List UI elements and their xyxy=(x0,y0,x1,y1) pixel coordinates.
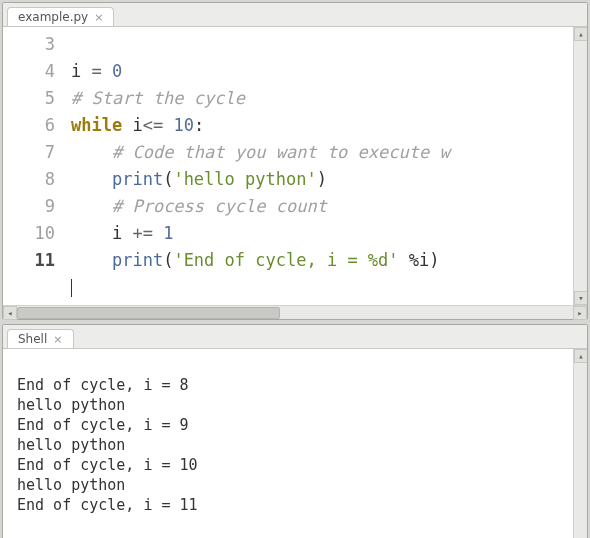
editor-body[interactable]: 3 4 5 6 7 8 9 10 11 i = 0 # Start the cy… xyxy=(3,27,587,305)
shell-output-line: End of cycle, i = 11 xyxy=(17,496,198,514)
close-icon[interactable]: × xyxy=(94,12,103,23)
scroll-up-icon[interactable]: ▴ xyxy=(574,349,587,363)
line-number: 5 xyxy=(3,85,55,112)
editor-horizontal-scrollbar[interactable]: ◂ ▸ xyxy=(3,305,587,319)
scroll-down-icon[interactable]: ▾ xyxy=(574,291,587,305)
editor-tab[interactable]: example.py × xyxy=(7,7,114,26)
code-line: # Code that you want to execute w xyxy=(71,142,450,162)
line-number-current: 11 xyxy=(3,247,55,274)
line-number: 3 xyxy=(3,31,55,58)
shell-output-line: hello python xyxy=(17,396,125,414)
shell-tab-label: Shell xyxy=(18,332,47,346)
shell-output-line: hello python xyxy=(17,436,125,454)
line-number: 8 xyxy=(3,166,55,193)
code-line: print('End of cycle, i = %d' %i) xyxy=(71,250,440,270)
line-number: 4 xyxy=(3,58,55,85)
line-gutter: 3 4 5 6 7 8 9 10 11 xyxy=(3,27,65,305)
line-number: 9 xyxy=(3,193,55,220)
scroll-up-icon[interactable]: ▴ xyxy=(574,27,587,41)
shell-vertical-scrollbar[interactable]: ▴ ▾ xyxy=(573,349,587,538)
shell-body[interactable]: End of cycle, i = 8 hello python End of … xyxy=(3,349,587,538)
scrollbar-thumb[interactable] xyxy=(17,307,280,319)
shell-output-line: End of cycle, i = 8 xyxy=(17,376,189,394)
code-area[interactable]: i = 0 # Start the cycle while i<= 10: # … xyxy=(65,27,587,305)
code-line: # Process cycle count xyxy=(71,196,327,216)
editor-tabbar: example.py × xyxy=(3,3,587,27)
text-cursor xyxy=(71,279,72,297)
code-line: while i<= 10: xyxy=(71,115,204,135)
line-number: 7 xyxy=(3,139,55,166)
shell-output-line: End of cycle, i = 10 xyxy=(17,456,198,474)
shell-pane: Shell × End of cycle, i = 8 hello python… xyxy=(2,324,588,538)
scroll-left-icon[interactable]: ◂ xyxy=(3,306,17,320)
editor-tab-label: example.py xyxy=(18,10,88,24)
editor-vertical-scrollbar[interactable]: ▴ ▾ xyxy=(573,27,587,305)
code-line: # Start the cycle xyxy=(71,88,245,108)
code-line: i += 1 xyxy=(71,223,173,243)
close-icon[interactable]: × xyxy=(53,334,62,345)
shell-tabbar: Shell × xyxy=(3,325,587,349)
shell-output-line: End of cycle, i = 9 xyxy=(17,416,189,434)
line-number: 6 xyxy=(3,112,55,139)
line-number: 10 xyxy=(3,220,55,247)
scroll-right-icon[interactable]: ▸ xyxy=(573,306,587,320)
shell-tab[interactable]: Shell × xyxy=(7,329,74,348)
code-line: print('hello python') xyxy=(71,169,327,189)
shell-output-line: hello python xyxy=(17,476,125,494)
code-line: i = 0 xyxy=(71,61,122,81)
editor-pane: example.py × 3 4 5 6 7 8 9 10 11 i = 0 #… xyxy=(2,2,588,320)
code-line xyxy=(71,277,72,297)
